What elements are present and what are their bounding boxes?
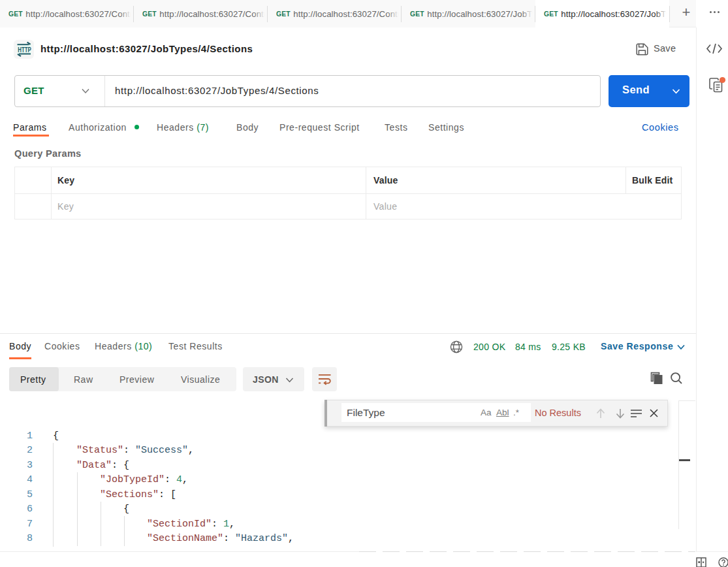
svg-text:HTTP: HTTP (18, 45, 31, 54)
